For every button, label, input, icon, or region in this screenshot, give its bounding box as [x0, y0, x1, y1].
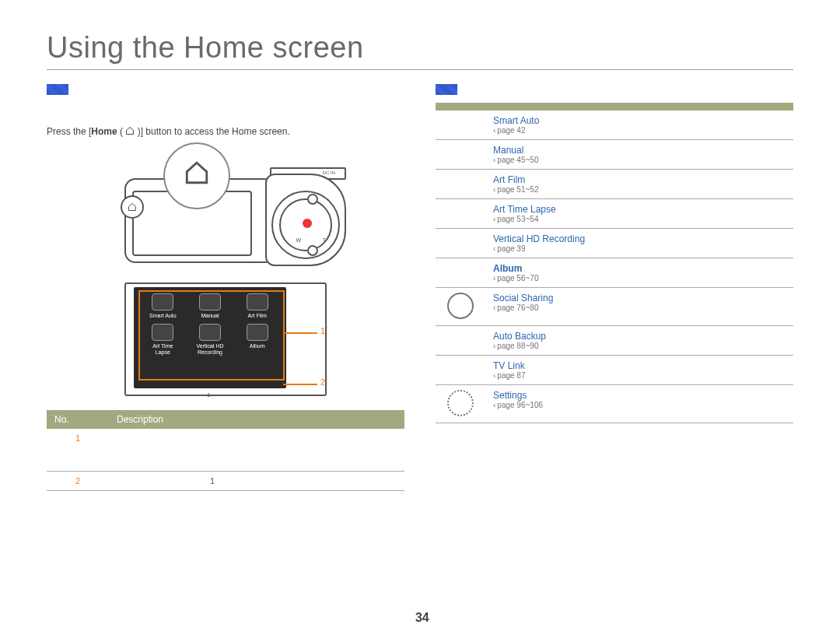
menu-desc-cell: Manual page 45~50	[485, 140, 793, 170]
menu-item-name: Settings	[493, 390, 786, 401]
page-ref: page 53~54	[493, 215, 538, 223]
zoom-t-label: T	[323, 237, 326, 243]
menu-table: Smart Auto page 42Manual page 45~50Art F…	[436, 103, 793, 423]
menu-item-name: Art Film	[493, 174, 786, 185]
menu-item-name: Smart Auto	[493, 115, 786, 126]
menu-icon-cell	[436, 326, 485, 356]
instruction-prefix: Press the [	[47, 126, 91, 137]
page-ref: page 51~52	[493, 185, 538, 194]
menu-item-desc: page 42	[493, 126, 786, 135]
menu-desc-cell: Smart Auto page 42	[485, 111, 793, 140]
page-ref: page 96~106	[493, 401, 543, 409]
menu-row: Album page 56~70	[436, 258, 793, 288]
intro-line1	[47, 100, 404, 111]
menu-item-name: Social Sharing	[493, 293, 786, 303]
share-icon	[447, 293, 474, 319]
menu-desc-cell: Art Film page 51~52	[485, 170, 793, 199]
page-ref: page 45~50	[493, 156, 538, 164]
gear-icon	[447, 390, 474, 416]
row-no: 1	[47, 429, 109, 472]
menu-item-desc: page 56~70	[493, 274, 786, 282]
menu-item-desc: page 45~50	[493, 156, 786, 164]
menu-desc-cell: Settings page 96~106	[485, 385, 793, 423]
menu-row: Vertical HD Recording page 39	[436, 229, 793, 258]
menu-row: Manual page 45~50	[436, 140, 793, 170]
menu-icon-cell	[436, 258, 485, 288]
menu-icon-cell	[436, 356, 485, 385]
th-icon	[436, 103, 485, 111]
menu-row: Art Time Lapse page 53~54	[436, 199, 793, 229]
menu-desc-cell: Social Sharing page 76~80	[485, 288, 793, 326]
page-ref: page 42	[493, 126, 526, 135]
menu-row: Social Sharing page 76~80	[436, 288, 793, 326]
menu-icon-cell	[436, 140, 485, 170]
footer: 34	[0, 611, 840, 625]
menu-row: Settings page 96~106	[436, 385, 793, 423]
menu-desc-cell: Vertical HD Recording page 39	[485, 229, 793, 258]
page-title: Using the Home screen	[47, 31, 793, 65]
menu-desc-cell: TV Link page 87	[485, 356, 793, 385]
instruction-paren-close: )] button to access the Home screen.	[135, 126, 289, 137]
menu-row: TV Link page 87	[436, 356, 793, 385]
th-desc	[485, 103, 793, 111]
section-label-right	[436, 84, 457, 95]
title-rule	[47, 69, 793, 70]
screen-pagination: 1	[207, 391, 210, 398]
home-screen-mock: Smart Auto Manual Art Film Art Time Laps…	[124, 282, 327, 396]
page-ref: page 39	[493, 244, 526, 253]
section-label-left	[47, 84, 68, 95]
menu-row: Auto Backup page 88~90	[436, 326, 793, 356]
intro-line2	[47, 111, 404, 121]
instruction-text: Press the [Home ( )] button to access th…	[47, 126, 404, 138]
menu-item-name: Album	[493, 263, 786, 274]
row-desc	[109, 429, 404, 472]
menu-item-name: Auto Backup	[493, 331, 786, 342]
menu-desc-cell: Auto Backup page 88~90	[485, 326, 793, 356]
menu-item-desc: page 88~90	[493, 342, 786, 350]
instruction-home-word: Home	[91, 126, 117, 137]
home-icon-large	[184, 160, 210, 192]
menu-icon-cell	[436, 111, 485, 140]
page-ref: page 88~90	[493, 342, 538, 350]
th-no: No.	[47, 410, 109, 429]
menu-item-desc: page 96~106	[493, 401, 786, 409]
callout-table: No. Description 1 2 1	[47, 410, 404, 491]
menu-item-desc: page 39	[493, 244, 786, 253]
zoom-w-label: W	[296, 237, 301, 243]
callout-2-label: 2	[320, 377, 325, 387]
instruction-paren-open: (	[117, 126, 126, 137]
menu-icon-cell	[436, 199, 485, 229]
table-row: 2 1	[47, 472, 404, 491]
menu-desc-cell: Art Time Lapse page 53~54	[485, 199, 793, 229]
menu-item-desc: page 51~52	[493, 185, 786, 194]
dc-in-label: DC IN	[323, 170, 335, 175]
callout-1-label: 1	[320, 326, 325, 335]
camera-illustration: DC IN W T	[105, 147, 346, 272]
menu-row: Art Film page 51~52	[436, 170, 793, 199]
menu-icon-cell	[436, 170, 485, 199]
page-ref: page 56~70	[493, 274, 538, 282]
menu-icon-cell	[436, 385, 485, 423]
menu-desc-cell: Album page 56~70	[485, 258, 793, 288]
page-number: 34	[415, 611, 429, 624]
menu-icon-cell	[436, 229, 485, 258]
home-button-zoom	[163, 142, 230, 209]
home-icon	[125, 126, 135, 138]
page-ref: page 87	[493, 371, 526, 380]
menu-item-name: Manual	[493, 145, 786, 156]
callout-box-1	[138, 290, 285, 381]
menu-item-desc: page 87	[493, 371, 786, 380]
row-desc: 1	[109, 472, 404, 491]
menu-icon-cell	[436, 288, 485, 326]
menu-item-name: Vertical HD Recording	[493, 233, 786, 244]
menu-item-name: Art Time Lapse	[493, 204, 786, 215]
th-description: Description	[109, 410, 404, 429]
page-ref: page 76~80	[493, 303, 538, 312]
menu-item-name: TV Link	[493, 360, 786, 371]
menu-item-desc: page 53~54	[493, 215, 786, 223]
row-no: 2	[47, 472, 109, 491]
menu-item-desc: page 76~80	[493, 303, 786, 312]
table-row: 1	[47, 429, 404, 472]
menu-row: Smart Auto page 42	[436, 111, 793, 140]
